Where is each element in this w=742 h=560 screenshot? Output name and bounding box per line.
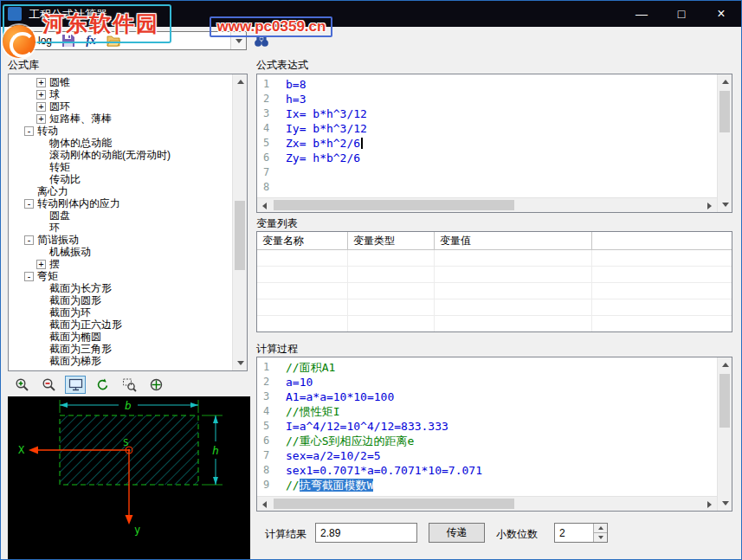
scroll-up-icon[interactable] xyxy=(718,74,732,89)
tree-item[interactable]: 截面为梯形 xyxy=(9,355,232,367)
scrollbar-thumb[interactable] xyxy=(719,91,730,132)
table-cell xyxy=(257,299,348,315)
minimize-button[interactable]: — xyxy=(622,1,661,27)
close-button[interactable]: × xyxy=(701,1,741,27)
tree-item[interactable]: 截面为正六边形 xyxy=(9,319,232,331)
spinner-up-icon[interactable] xyxy=(593,524,607,533)
height-dimension-label: h xyxy=(212,444,219,457)
scrollbar-track[interactable] xyxy=(272,198,702,212)
zoom-out-icon[interactable] xyxy=(38,376,59,394)
transfer-button[interactable]: 传递 xyxy=(429,523,485,543)
maximize-button[interactable]: □ xyxy=(661,1,701,27)
scroll-down-icon[interactable] xyxy=(718,197,732,212)
collapse-icon[interactable]: - xyxy=(24,126,34,136)
scroll-right-icon[interactable] xyxy=(702,497,717,512)
view-toolbar xyxy=(8,374,250,395)
tree-item-label: 短路棒、薄棒 xyxy=(49,112,112,126)
section-diagram: b h X y S xyxy=(8,396,250,560)
variable-table: 变量名称变量类型变量值 xyxy=(256,231,732,332)
column-header[interactable]: 变量值 xyxy=(435,232,592,249)
scrollbar-thumb[interactable] xyxy=(719,374,730,428)
collapse-icon[interactable]: - xyxy=(24,272,34,281)
scroll-up-icon[interactable] xyxy=(233,74,248,89)
fit-screen-icon[interactable] xyxy=(65,376,86,394)
table-cell xyxy=(592,283,732,299)
collapse-icon[interactable]: - xyxy=(24,235,34,245)
table-row[interactable] xyxy=(257,316,732,332)
tree-item[interactable]: 圆盘 xyxy=(9,209,232,222)
column-header[interactable]: 变量类型 xyxy=(348,232,435,249)
scroll-left-icon[interactable] xyxy=(257,198,272,213)
zoom-in-icon[interactable] xyxy=(11,376,32,394)
collapse-icon[interactable]: - xyxy=(24,199,34,209)
tree-item[interactable]: 截面为圆形 xyxy=(9,294,232,306)
tree-item[interactable]: 截面为三角形 xyxy=(9,343,232,355)
decimals-input[interactable] xyxy=(555,524,593,542)
table-row[interactable] xyxy=(257,267,732,283)
spinner-down-icon[interactable] xyxy=(593,533,607,542)
formula-expression-editor[interactable]: 1b=82h=33Ix= b*h^3/124Iy= b*h^3/125Zx= b… xyxy=(256,74,732,213)
line-number: 8 xyxy=(257,463,278,478)
refresh-view-icon[interactable] xyxy=(92,376,113,394)
scroll-right-icon[interactable] xyxy=(702,198,717,213)
code-text: Ix= b*h^3/12 xyxy=(278,106,367,121)
scroll-down-icon[interactable] xyxy=(718,496,732,511)
tree-item[interactable]: 截面为椭圆 xyxy=(9,331,232,343)
tree-item-label: 截面为梯形 xyxy=(49,354,101,369)
calc-horizontal-scrollbar[interactable] xyxy=(257,496,717,511)
table-row[interactable] xyxy=(257,283,732,299)
formula-tree[interactable]: +圆锥+球+圆环+短路棒、薄棒-转动物体的总动能滚动刚体的动能(无滑动时)转矩传… xyxy=(9,76,232,367)
formula-horizontal-scrollbar[interactable] xyxy=(257,197,717,212)
tree-item[interactable]: -弯矩 xyxy=(9,270,232,282)
calculation-process-editor[interactable]: 1//面积A12a=103A1=a*a=10*10=1004//惯性矩I5I=a… xyxy=(256,357,732,512)
scrollbar-thumb[interactable] xyxy=(235,201,245,270)
scroll-down-icon[interactable] xyxy=(233,356,248,370)
table-cell xyxy=(592,299,732,315)
scrollbar-thumb[interactable] xyxy=(274,200,514,210)
section-diagram-canvas[interactable]: b h X y S xyxy=(8,396,250,560)
scrollbar-track[interactable] xyxy=(272,497,702,511)
expand-icon[interactable]: + xyxy=(36,78,46,87)
scrollbar-track[interactable] xyxy=(233,89,247,356)
column-header[interactable]: 变量名称 xyxy=(257,232,348,249)
zoom-window-icon[interactable] xyxy=(119,376,139,394)
calc-vertical-scrollbar[interactable] xyxy=(717,357,732,511)
formula-vertical-scrollbar[interactable] xyxy=(717,74,732,212)
line-number: 8 xyxy=(257,180,278,195)
tree-item[interactable]: +圆锥 xyxy=(9,76,232,88)
line-number: 5 xyxy=(257,419,278,434)
line-number: 6 xyxy=(257,434,278,448)
tree-item[interactable]: 截面为长方形 xyxy=(9,282,232,294)
tree-item[interactable]: -简谐振动 xyxy=(9,234,232,246)
table-row[interactable] xyxy=(257,250,732,267)
table-cell xyxy=(348,283,435,299)
tree-item[interactable]: +球 xyxy=(9,88,232,100)
tree-item[interactable]: -转动刚体内的应力 xyxy=(9,197,232,209)
table-row[interactable] xyxy=(257,299,732,316)
code-line: 4Iy= b*h^3/12 xyxy=(257,121,717,136)
scrollbar-thumb[interactable] xyxy=(274,499,514,509)
tree-item[interactable]: -转动 xyxy=(9,125,232,137)
expand-icon[interactable]: + xyxy=(36,260,46,269)
tree-item[interactable]: 转矩 xyxy=(9,161,232,173)
tree-vertical-scrollbar[interactable] xyxy=(232,74,247,370)
width-dimension-label: b xyxy=(125,399,132,412)
result-input[interactable] xyxy=(315,523,417,543)
expand-icon[interactable]: + xyxy=(36,102,46,112)
scrollbar-track[interactable] xyxy=(718,372,732,496)
column-header[interactable] xyxy=(592,232,732,249)
decimals-spinner[interactable] xyxy=(554,523,608,543)
centroid-label: S xyxy=(123,437,129,448)
scroll-left-icon[interactable] xyxy=(257,497,272,512)
expand-icon[interactable]: + xyxy=(36,114,46,124)
scroll-up-icon[interactable] xyxy=(718,357,732,372)
code-text: Zy= h*b^2/6 xyxy=(278,151,360,165)
tree-item[interactable]: +圆环 xyxy=(9,100,232,113)
pan-view-icon[interactable] xyxy=(145,376,166,394)
tree-item[interactable]: 滚动刚体的动能(无滑动时) xyxy=(9,149,232,161)
tree-item[interactable]: 机械振动 xyxy=(9,246,232,258)
scrollbar-track[interactable] xyxy=(718,89,732,197)
code-line: 7sex=a/2=10/2=5 xyxy=(257,448,717,463)
expand-icon[interactable]: + xyxy=(36,90,46,100)
code-line: 1//面积A1 xyxy=(257,360,717,375)
